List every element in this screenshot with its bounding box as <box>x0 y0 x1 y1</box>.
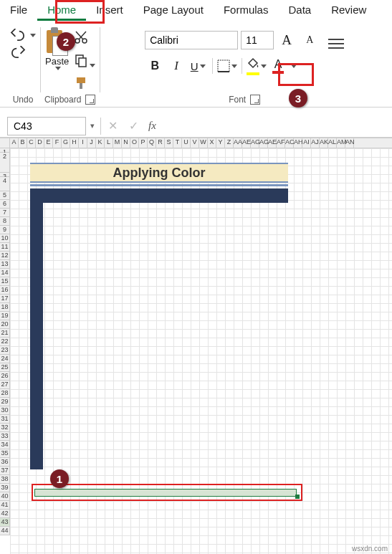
col-header[interactable]: S <box>165 138 173 148</box>
col-header[interactable]: AI <box>302 138 311 148</box>
row-header[interactable]: 23 <box>0 346 10 355</box>
formula-input[interactable] <box>161 117 392 135</box>
fx-icon[interactable]: fx <box>144 120 161 132</box>
col-header[interactable]: F <box>53 138 62 148</box>
row-header[interactable]: 9 <box>0 226 10 234</box>
col-header[interactable]: I <box>79 138 87 148</box>
italic-button[interactable]: I <box>166 56 186 76</box>
col-header[interactable]: J <box>87 138 96 148</box>
col-header[interactable]: AG <box>251 138 259 148</box>
col-header[interactable]: AM <box>337 138 345 148</box>
row-header[interactable]: 12 <box>0 252 10 260</box>
row-header[interactable]: 25 <box>0 363 10 372</box>
row-header[interactable]: 7 <box>0 209 10 217</box>
col-header[interactable]: A <box>10 138 19 148</box>
selection-range[interactable] <box>34 489 297 497</box>
fill-color-button[interactable] <box>247 56 267 76</box>
col-header[interactable]: W <box>199 138 208 148</box>
col-header[interactable]: AL <box>328 138 337 148</box>
font-name-select[interactable] <box>145 31 238 49</box>
col-header[interactable]: O <box>130 138 139 148</box>
filled-range-left[interactable] <box>30 188 43 469</box>
chevron-down-icon[interactable] <box>55 67 61 70</box>
row-header[interactable]: 34 <box>0 441 10 449</box>
row-header[interactable]: 6 <box>0 200 10 209</box>
undo-button[interactable] <box>10 29 36 42</box>
row-header[interactable]: 16 <box>0 286 10 295</box>
row-headers[interactable]: 1234567891011121314151617181920212223242… <box>0 148 10 554</box>
increase-font-button[interactable]: A <box>277 30 297 50</box>
row-header[interactable]: 13 <box>0 260 10 269</box>
font-color-button[interactable]: A <box>268 56 288 76</box>
row-header[interactable]: 40 <box>0 492 10 501</box>
tab-data[interactable]: Data <box>278 0 321 21</box>
ribbon-options-icon[interactable] <box>328 39 344 49</box>
enter-formula-button[interactable]: ✓ <box>123 119 144 133</box>
tab-home[interactable]: Home <box>37 0 86 21</box>
row-header[interactable]: 41 <box>0 501 10 510</box>
dialog-launcher-icon[interactable] <box>250 95 260 105</box>
chevron-down-icon[interactable] <box>200 65 206 68</box>
row-header[interactable]: 27 <box>0 381 10 389</box>
worksheet[interactable]: ABCDEFGHIJKLMNOPQRSTUVWXYZAAAEAGAGAEAFAC… <box>0 138 392 554</box>
row-header[interactable]: 18 <box>0 303 10 312</box>
row-header[interactable]: 21 <box>0 329 10 338</box>
select-all-corner[interactable] <box>0 138 10 148</box>
borders-button[interactable] <box>217 56 237 76</box>
sheet-title-cell[interactable]: Applying Color <box>30 163 288 183</box>
row-header[interactable]: 2 <box>0 153 10 173</box>
row-header[interactable]: 36 <box>0 458 10 467</box>
decrease-font-button[interactable]: A <box>300 30 320 50</box>
cut-button[interactable] <box>74 30 95 47</box>
col-header[interactable]: E <box>44 138 53 148</box>
col-header[interactable]: H <box>70 138 79 148</box>
dialog-launcher-icon[interactable] <box>85 95 95 105</box>
col-header[interactable]: V <box>191 138 199 148</box>
copy-button[interactable] <box>74 53 95 70</box>
row-header[interactable]: 11 <box>0 243 10 252</box>
row-header[interactable]: 14 <box>0 269 10 277</box>
col-header[interactable]: AE <box>268 138 277 148</box>
bold-button[interactable]: B <box>145 56 165 76</box>
row-header[interactable]: 24 <box>0 355 10 363</box>
col-header[interactable]: P <box>139 138 148 148</box>
row-header[interactable]: 43 <box>0 518 10 527</box>
col-header[interactable]: Q <box>148 138 156 148</box>
col-header[interactable]: AK <box>320 138 328 148</box>
format-painter-button[interactable] <box>74 76 95 93</box>
col-header[interactable]: AG <box>259 138 268 148</box>
col-header[interactable]: D <box>36 138 44 148</box>
row-header[interactable]: 15 <box>0 277 10 286</box>
tab-insert[interactable]: Insert <box>86 0 133 21</box>
row-header[interactable]: 33 <box>0 432 10 441</box>
row-header[interactable]: 22 <box>0 338 10 346</box>
chevron-down-icon[interactable] <box>291 65 297 68</box>
col-header[interactable]: K <box>96 138 105 148</box>
chevron-down-icon[interactable]: ▾ <box>90 121 99 130</box>
col-header[interactable]: R <box>156 138 165 148</box>
col-header[interactable]: U <box>182 138 191 148</box>
cancel-formula-button[interactable]: ✕ <box>102 119 123 133</box>
redo-button[interactable] <box>10 46 36 59</box>
row-header[interactable]: 17 <box>0 295 10 303</box>
chevron-down-icon[interactable] <box>90 64 95 67</box>
row-header[interactable]: 35 <box>0 449 10 458</box>
row-header[interactable]: 29 <box>0 398 10 406</box>
name-box[interactable] <box>7 117 86 135</box>
col-header[interactable]: T <box>173 138 182 148</box>
row-header[interactable]: 4 <box>0 177 10 191</box>
col-header[interactable]: C <box>27 138 36 148</box>
col-header[interactable]: AE <box>242 138 251 148</box>
fill-handle[interactable] <box>295 495 300 499</box>
col-header[interactable]: M <box>113 138 122 148</box>
filled-range-top[interactable] <box>30 188 288 203</box>
row-header[interactable]: 8 <box>0 217 10 226</box>
row-header[interactable]: 39 <box>0 484 10 492</box>
col-header[interactable]: L <box>105 138 113 148</box>
col-header[interactable]: G <box>62 138 70 148</box>
row-header[interactable]: 42 <box>0 510 10 518</box>
col-header[interactable]: AC <box>285 138 294 148</box>
row-header[interactable]: 20 <box>0 320 10 329</box>
underline-button[interactable]: U <box>188 56 208 76</box>
chevron-down-icon[interactable] <box>231 65 237 68</box>
